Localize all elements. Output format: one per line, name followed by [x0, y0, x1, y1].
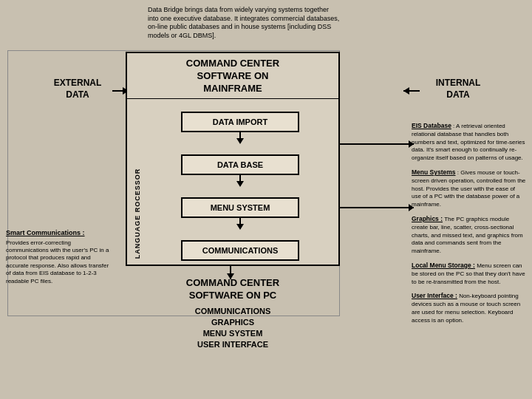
- arrow-1: [236, 138, 244, 144]
- connector-menu-system: [340, 207, 414, 208]
- sub-boxes-column: DATA IMPORT DATA BASE MENU SYSTEM: [127, 99, 338, 273]
- communications-label: COMMUNICATIONS: [181, 240, 299, 261]
- menu-system-label: MENU SYSTEM: [181, 197, 299, 218]
- data-base-box: DATA BASE: [181, 154, 299, 187]
- connector-line-1: [239, 132, 241, 138]
- menu-system-box: MENU SYSTEM: [181, 197, 299, 230]
- connector-line-3: [239, 218, 241, 224]
- smart-comm-title: Smart Communications :: [6, 229, 113, 238]
- arrow-3: [236, 224, 244, 230]
- main-center-box: COMMAND CENTER SOFTWARE ON MAINFRAME LAN…: [126, 52, 340, 266]
- desc-user-interface-title: User Interface :: [412, 292, 457, 299]
- inner-content: LANGUAGE ROCESSOR DATA IMPORT DATA BASE: [127, 99, 338, 273]
- software-on-label: SOFTWARE ON: [197, 70, 269, 81]
- desc-eis-database: EIS Database : A retrieval oriented rela…: [412, 122, 526, 163]
- pc-menu-system: MENU SYSTEM: [126, 329, 340, 338]
- internal-data-label: INTERNALDATA: [425, 78, 491, 100]
- right-descriptions: EIS Database : A retrieval oriented rela…: [412, 122, 526, 331]
- arrow-head-data-import: [409, 140, 414, 148]
- desc-menu-title: Menu Systems: [412, 168, 456, 176]
- mainframe-label: MAINFRAME: [203, 83, 262, 94]
- command-center-label: COMMAND CENTER: [186, 58, 279, 69]
- top-description-text: Data Bridge brings data from widely vary…: [148, 6, 339, 39]
- data-import-box: DATA IMPORT: [181, 112, 299, 144]
- desc-eis-title: EIS Database: [412, 122, 451, 129]
- rotated-text: LANGUAGE ROCESSOR: [134, 168, 141, 259]
- desc-local-menu-title: Local Menu Storage :: [412, 262, 475, 269]
- connector-data-import: [340, 143, 414, 145]
- language-processor-label: LANGUAGE ROCESSOR: [127, 136, 148, 291]
- desc-user-interface: User Interface : Non-keyboard pointing d…: [412, 292, 526, 324]
- arrow-2: [236, 181, 244, 187]
- arrow-internal-to-main: [403, 90, 420, 92]
- arrow-head-menu-system: [409, 204, 414, 211]
- main-box-title: COMMAND CENTER SOFTWARE ON MAINFRAME: [127, 53, 338, 99]
- desc-graphics-title: Graphics :: [412, 215, 443, 222]
- pc-graphics: GRAPHICS: [126, 318, 340, 327]
- bottom-pc-section: COMMAND CENTERSOFTWARE ON PC COMMUNICATI…: [126, 277, 340, 351]
- smart-communications-section: Smart Communications : Provides error-co…: [6, 229, 113, 285]
- smart-comm-text: Provides error-correcting communications…: [6, 239, 113, 285]
- desc-local-menu: Local Menu Storage : Menu screen can be …: [412, 262, 526, 286]
- pc-user-interface: USER INTERFACE: [126, 340, 340, 349]
- communications-box: COMMUNICATIONS: [181, 240, 299, 261]
- data-import-label: DATA IMPORT: [181, 112, 299, 132]
- connector-line-2: [239, 175, 241, 181]
- pc-title: COMMAND CENTERSOFTWARE ON PC: [126, 277, 340, 302]
- page: Data Bridge brings data from widely vary…: [0, 0, 532, 399]
- data-base-label: DATA BASE: [181, 154, 299, 175]
- top-description: Data Bridge brings data from widely vary…: [148, 6, 340, 41]
- pc-communications: COMMUNICATIONS: [126, 307, 340, 316]
- desc-graphics: Graphics : The PC graphics module create…: [412, 215, 526, 256]
- desc-menu-systems: Menu Systems : Gives mouse or touch-scre…: [412, 168, 526, 209]
- external-data-label: EXTERNALDATA: [44, 78, 111, 100]
